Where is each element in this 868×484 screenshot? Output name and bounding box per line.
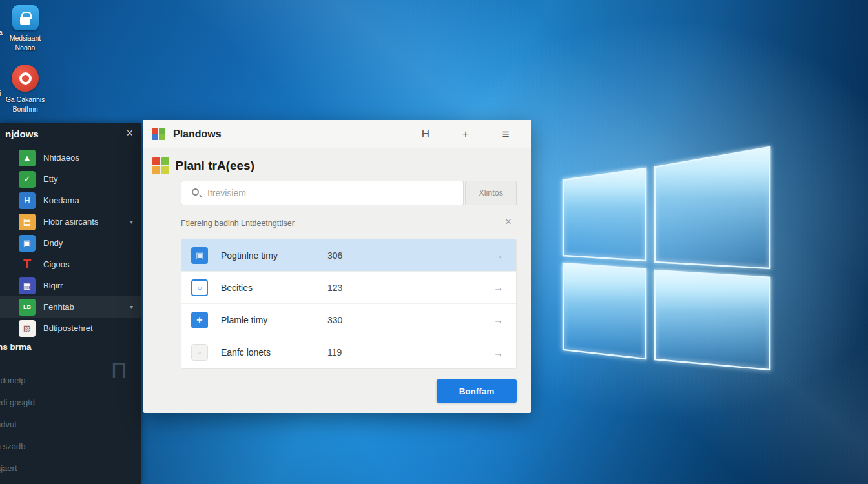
red-app-circle [12, 65, 39, 92]
dialog-heading-row: Plani trA(ees) [152, 157, 531, 174]
app-label: Bdtipostehret [43, 323, 93, 333]
list-item[interactable]: ▣ Pogtinlne timy 306 → [181, 239, 516, 272]
lock-app-tile [12, 5, 39, 30]
app-label: Dndy [43, 238, 63, 248]
arrow-right-icon: → [493, 282, 503, 293]
category-count: 330 [327, 315, 342, 325]
clipped-label-fragment: a [0, 28, 3, 36]
start-menu-header: njdows × [0, 123, 141, 146]
start-menu-section-label: hs brma [0, 342, 32, 352]
arrow-right-icon: → [493, 314, 503, 325]
category-label: Eanfc lonets [221, 347, 327, 358]
start-menu-item[interactable]: ▤ Flóbr asircants ▾ [0, 211, 141, 232]
app-icon: ▤ [19, 214, 36, 230]
category-icon: ▫ [191, 344, 208, 361]
app-icon: ▣ [19, 235, 36, 252]
close-icon[interactable]: × [505, 216, 512, 228]
filters-button[interactable]: Xlintos [465, 181, 517, 205]
app-label: Nhtdaeos [43, 153, 79, 163]
category-label: Pogtinlne timy [221, 250, 327, 261]
arrow-right-icon: → [493, 250, 503, 261]
app-icon: LB [19, 299, 36, 316]
category-label: Plamle timy [221, 315, 327, 325]
dim-menu-item[interactable]: ajaert [0, 463, 35, 484]
arrow-right-icon: → [493, 347, 503, 358]
app-label: Koedama [43, 196, 79, 205]
resize-icon[interactable]: H [406, 128, 446, 141]
padlock-icon [20, 17, 30, 25]
category-count: 119 [327, 347, 342, 358]
app-label: Etty [43, 174, 57, 184]
search-box [181, 181, 464, 205]
desktop-icon-lock-app[interactable]: Medsiaant Nooaa [0, 5, 50, 53]
start-menu-item[interactable]: ✓ Etty [0, 168, 141, 190]
desktop-icon-red-app[interactable]: Ga Cakannis Bonthnn [0, 65, 50, 114]
app-icon: H [19, 192, 36, 209]
category-count: 306 [327, 250, 342, 261]
search-input[interactable] [207, 181, 459, 205]
confirm-button[interactable]: Bonffam [437, 379, 517, 403]
close-icon[interactable]: × [126, 126, 133, 140]
start-menu-item[interactable]: H Koedama [0, 190, 141, 211]
app-label: Flóbr asircants [43, 217, 98, 227]
windows-logo-icon [152, 157, 169, 174]
dim-menu-item[interactable]: ndvut [0, 419, 35, 441]
windows-logo-icon [152, 128, 165, 140]
filter-note-row: Ftiereing badinh Lntdeetngttiser × [181, 217, 517, 230]
dim-menu-item[interactable]: a szadb [0, 441, 35, 463]
category-icon: ○ [191, 279, 208, 296]
chevron-down-icon[interactable]: ▾ [130, 218, 133, 225]
start-menu-item[interactable]: ▣ Dndy [0, 232, 141, 254]
category-icon: ▣ [191, 247, 208, 264]
ring-icon [19, 72, 32, 85]
dim-menu-item[interactable]: xdonelp [0, 376, 35, 398]
app-icon: T [19, 256, 36, 273]
app-label: Cigoos [43, 259, 69, 269]
category-count: 123 [327, 283, 342, 293]
category-icon: + [191, 312, 208, 328]
desktop-icon-label: Nooaa [0, 43, 50, 53]
start-menu-item[interactable]: LB Fenhtab ▾ [0, 296, 141, 318]
app-label: Fenhtab [43, 302, 74, 312]
category-label: Becities [221, 283, 327, 293]
list-item[interactable]: ○ Becities 123 → [181, 272, 516, 304]
start-menu-dim-list: xdonelp edi gasgtd ndvut a szadb ajaert [0, 376, 35, 484]
filter-note-text: Ftiereing badinh Lntdeetngttiser [181, 219, 294, 228]
app-label: Blqirr [43, 281, 63, 290]
clipped-label-fragment: i [0, 89, 1, 97]
dialog-title: Plandows [173, 128, 222, 140]
app-icon: ▦ [19, 277, 36, 294]
plandows-dialog: Plandows H + ≡ Plani trA(ees) Xlintos [143, 120, 531, 413]
desktop: Medsiaant Nooaa Ga Cakannis Bonthnn a i … [0, 0, 868, 484]
add-icon[interactable]: + [446, 128, 486, 141]
ghost-outline-icon: Π [111, 358, 127, 383]
chevron-down-icon[interactable]: ▾ [130, 303, 133, 310]
search-icon [192, 188, 199, 196]
search-row: Xlintos [181, 181, 517, 205]
start-menu-title: njdows [5, 128, 39, 139]
desktop-icon-label: Bonthnn [0, 105, 50, 114]
app-icon: ▲ [19, 150, 36, 166]
start-menu-panel: njdows × ▲ Nhtdaeos ✓ Etty H Koedama ▤ F… [0, 123, 141, 484]
desktop-icon-label: Ga Cakannis [0, 95, 50, 105]
menu-icon[interactable]: ≡ [486, 127, 526, 141]
start-menu-item[interactable]: ▧ Bdtipostehret [0, 318, 141, 339]
page-title: Plani trA(ees) [176, 159, 254, 173]
app-icon: ▧ [19, 320, 36, 337]
start-menu-item[interactable]: ▦ Blqirr [0, 275, 141, 296]
start-menu-item[interactable]: ▲ Nhtdaeos [0, 147, 141, 168]
list-item[interactable]: ▫ Eanfc lonets 119 → [181, 336, 516, 368]
dim-menu-item[interactable]: edi gasgtd [0, 398, 35, 419]
desktop-icon-label: Medsiaant [0, 34, 50, 43]
category-list-card: ▣ Pogtinlne timy 306 → ○ Becities 123 → … [181, 239, 517, 369]
start-menu-app-list: ▲ Nhtdaeos ✓ Etty H Koedama ▤ Flóbr asir… [0, 147, 141, 339]
dialog-titlebar: Plandows H + ≡ [143, 120, 531, 148]
list-item[interactable]: + Plamle timy 330 → [181, 304, 516, 336]
app-icon: ✓ [19, 171, 36, 188]
start-menu-item[interactable]: T Cigoos [0, 254, 141, 275]
